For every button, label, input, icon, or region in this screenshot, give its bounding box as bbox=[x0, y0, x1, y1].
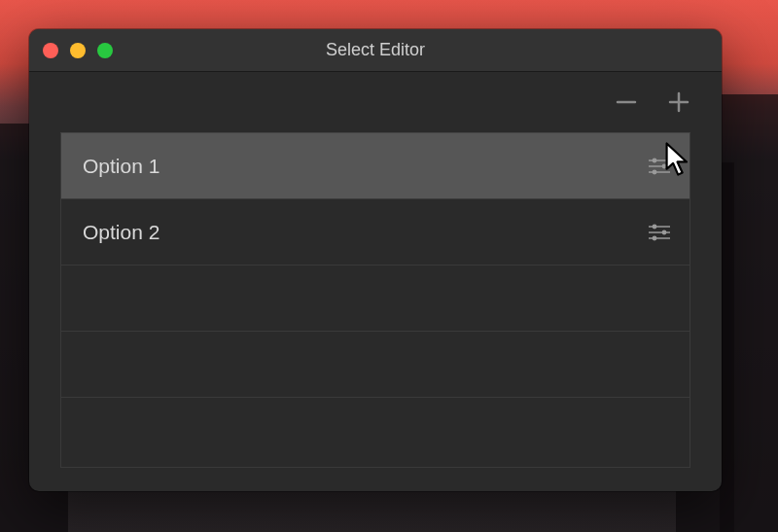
svg-point-14 bbox=[653, 235, 657, 240]
add-button[interactable] bbox=[665, 89, 692, 116]
svg-point-12 bbox=[662, 230, 667, 234]
list-item-label: Option 1 bbox=[83, 155, 159, 178]
svg-point-8 bbox=[653, 169, 657, 174]
list-item[interactable]: Option 2 bbox=[61, 199, 690, 266]
titlebar[interactable]: Select Editor bbox=[29, 29, 722, 72]
list-item-label: Option 2 bbox=[83, 221, 159, 244]
toolbar bbox=[29, 72, 722, 132]
window-controls bbox=[43, 43, 113, 58]
window-title: Select Editor bbox=[29, 40, 722, 60]
plus-icon bbox=[668, 91, 690, 113]
minimize-button[interactable] bbox=[70, 43, 86, 58]
svg-point-10 bbox=[653, 224, 657, 229]
close-button[interactable] bbox=[43, 43, 58, 58]
select-editor-window: Select Editor Option 1 bbox=[29, 29, 722, 491]
settings-button[interactable] bbox=[647, 156, 672, 177]
sliders-icon bbox=[647, 222, 672, 243]
minus-icon bbox=[616, 91, 637, 113]
list-item[interactable]: Option 1 bbox=[61, 133, 690, 199]
list-item[interactable] bbox=[61, 332, 690, 398]
list-item[interactable] bbox=[61, 266, 690, 332]
svg-point-6 bbox=[662, 163, 667, 168]
remove-button[interactable] bbox=[613, 89, 640, 116]
options-list: Option 1 Option 2 bbox=[60, 132, 690, 468]
sliders-icon bbox=[647, 156, 672, 177]
zoom-button[interactable] bbox=[97, 43, 113, 58]
svg-point-4 bbox=[653, 158, 657, 162]
settings-button[interactable] bbox=[647, 222, 672, 243]
list-item[interactable] bbox=[61, 398, 690, 464]
